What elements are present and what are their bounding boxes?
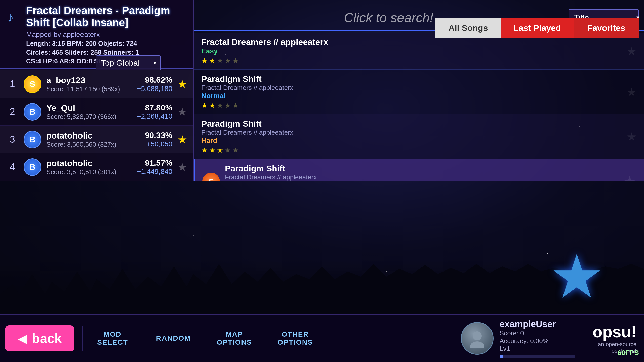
user-score: Score: 0 [500, 329, 575, 337]
map-options-bottom: OPTIONS [217, 338, 252, 346]
star-3: ★ [217, 146, 223, 154]
song-list: Fractal Dreamers // appleeaterx Easy ★ ★… [194, 33, 644, 181]
player-name: potatoholic [46, 131, 140, 141]
user-xp-fill [500, 355, 503, 358]
back-button[interactable]: ◀ back [5, 325, 74, 351]
trees-silhouette [0, 259, 644, 314]
song-entry-collab-insane[interactable]: S Paradigm Shift Fractal Dreamers // app… [194, 159, 644, 181]
rank-number: 4 [6, 162, 19, 172]
back-label: back [32, 331, 62, 346]
player-name: potatoholic [46, 158, 132, 168]
song-entry-info: Paradigm Shift Fractal Dreamers // apple… [225, 164, 636, 181]
opsu-sub1: an open-source [598, 341, 636, 348]
grade-badge-s: S [24, 75, 41, 93]
score-right: 91.57% +1,449,840 [137, 158, 172, 176]
map-options-button[interactable]: MAP OPTIONS [204, 328, 265, 349]
score-pct: 98.62% [137, 75, 172, 85]
diff-badge-s: S [202, 173, 220, 181]
right-panel: Click to search! Title Artist Creator Al… [194, 0, 644, 181]
bottom-bar: ◀ back MOD SELECT RANDOM MAP OPTIONS OTH… [0, 314, 644, 362]
user-avatar[interactable] [461, 322, 494, 355]
star-icon: ★ [177, 161, 187, 173]
other-options-top: OTHER [282, 330, 309, 338]
player-score: Score: 3,560,560 (327x) [46, 141, 140, 148]
tab-all-songs[interactable]: All Songs [435, 18, 501, 38]
mod-select-bottom: SELECT [97, 338, 128, 346]
back-arrow-icon: ◀ [18, 331, 27, 345]
player-name: Ye_Qui [46, 103, 132, 113]
user-info: exampleUser Score: 0 Accuracy: 0.00% Lv1 [500, 319, 575, 358]
star-4: ★ [225, 57, 231, 65]
score-pct: 87.80% [137, 103, 172, 112]
user-level: Lv1 [500, 345, 575, 353]
leaderboard-entry[interactable]: 4 B potatoholic Score: 3,510,510 (301x) … [0, 153, 193, 181]
user-name: exampleUser [500, 319, 575, 329]
svg-point-2 [470, 341, 484, 348]
grade-badge-b: B [24, 158, 41, 176]
score-pct: 90.33% [145, 131, 172, 140]
mod-select-button[interactable]: MOD SELECT [83, 328, 143, 349]
player-name: a_boy123 [46, 75, 132, 85]
left-panel: ♪ Fractal Dreamers - Paradigm Shift [Col… [0, 0, 194, 181]
song-entry-diff: Hard [201, 137, 622, 145]
song-stars: ★ ★ ★ ★ ★ [201, 146, 622, 154]
star-2: ★ [209, 146, 215, 154]
grade-badge-b: B [24, 103, 41, 121]
user-accuracy: Accuracy: 0.00% [500, 337, 575, 345]
other-options-bottom: OPTIONS [278, 338, 313, 346]
other-options-button[interactable]: OTHER OPTIONS [265, 328, 326, 349]
user-xp-bar [500, 355, 575, 358]
score-pct: 91.57% [137, 158, 172, 168]
song-entry-diff: Easy [201, 47, 622, 55]
player-info: potatoholic Score: 3,510,510 (301x) [46, 158, 132, 176]
song-entry-name: Paradigm Shift [201, 74, 622, 84]
filter-bar: Top Global Local Scores [96, 55, 161, 70]
song-entry-info: Paradigm Shift Fractal Dreamers // apple… [201, 119, 622, 154]
song-entry-info: Fractal Dreamers // appleeaterx Easy ★ ★… [201, 37, 622, 65]
tab-buttons: All Songs Last Played Favorites [435, 18, 639, 38]
score-right: 87.80% +2,268,410 [137, 103, 172, 120]
tab-last-played[interactable]: Last Played [501, 18, 574, 38]
song-entry-artist: Fractal Dreamers // appleeaterx [201, 129, 622, 137]
opsu-name: opsu! [593, 323, 636, 341]
tab-favorites[interactable]: Favorites [574, 18, 639, 38]
star-icon-gold: ★ [177, 133, 187, 146]
fps-badge: 60FPS [617, 349, 639, 357]
song-stars: ★ ★ ★ ★ ★ [201, 101, 622, 110]
random-button[interactable]: RANDOM [143, 332, 204, 345]
song-entry-hard[interactable]: Paradigm Shift Fractal Dreamers // apple… [194, 114, 644, 159]
score-right: 90.33% +50,050 [145, 131, 172, 148]
star-1: ★ [201, 57, 208, 65]
song-entry-diff: Normal [201, 92, 622, 100]
music-note-icon: ♪ [6, 9, 21, 24]
leaderboard: 1 S a_boy123 Score: 11,517,150 (589x) 98… [0, 70, 193, 181]
entry-star-icon: ★ [627, 45, 636, 58]
song-entry-name: Paradigm Shift [201, 119, 622, 129]
star-2: ★ [209, 101, 215, 110]
score-pp: +2,268,410 [137, 112, 172, 120]
star-3: ★ [217, 57, 223, 65]
song-mapped-by: Mapped by appleeaterx [6, 31, 187, 39]
score-pp: +1,449,840 [137, 168, 172, 176]
user-profile: exampleUser Score: 0 Accuracy: 0.00% Lv1 [451, 319, 585, 358]
random-label: RANDOM [156, 334, 191, 342]
leaderboard-entry[interactable]: 3 B potatoholic Score: 3,560,560 (327x) … [0, 126, 193, 153]
player-info: a_boy123 Score: 11,517,150 (589x) [46, 75, 132, 93]
song-entry-normal[interactable]: Paradigm Shift Fractal Dreamers // apple… [194, 70, 644, 114]
star-3: ★ [217, 101, 223, 110]
top-global-select[interactable]: Top Global Local Scores [96, 55, 161, 70]
star-5: ★ [232, 57, 239, 65]
entry-star-icon: ★ [623, 173, 636, 181]
mod-select-top: MOD [104, 330, 122, 338]
leaderboard-entry[interactable]: 1 S a_boy123 Score: 11,517,150 (589x) 98… [0, 70, 193, 98]
grade-badge-b: B [24, 131, 41, 148]
svg-point-1 [473, 331, 482, 340]
star-4: ★ [225, 146, 231, 154]
star-icon: ★ [177, 105, 187, 118]
leaderboard-entry[interactable]: 2 B Ye_Qui Score: 5,828,970 (366x) 87.80… [0, 98, 193, 126]
song-entry-info: Paradigm Shift Fractal Dreamers // apple… [201, 74, 622, 110]
song-entry-artist: Fractal Dreamers // appleeaterx [225, 173, 636, 181]
song-stars: ★ ★ ★ ★ ★ [201, 57, 622, 65]
entry-star-icon: ★ [627, 85, 636, 98]
star-5: ★ [232, 101, 239, 110]
